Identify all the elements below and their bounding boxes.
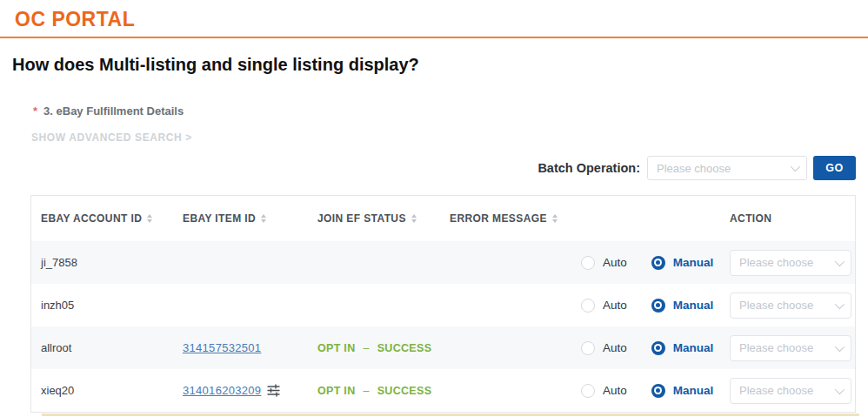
batch-select-placeholder: Please choose <box>657 162 731 175</box>
action-select[interactable]: Please choose <box>730 335 851 361</box>
app-logo: OC PORTAL <box>15 8 135 30</box>
manual-radio[interactable]: Manual <box>651 341 714 355</box>
chevron-down-icon <box>835 341 845 351</box>
table-row: inzh05 Auto Manual Please choose <box>31 284 855 326</box>
radio-checked-icon <box>651 341 665 355</box>
radio-checked-icon <box>651 384 665 398</box>
action-select[interactable]: Please choose <box>730 293 851 319</box>
status-result: SUCCESS <box>377 342 432 354</box>
col-header-error-message[interactable]: ERROR MESSAGE <box>440 212 569 225</box>
manual-radio[interactable]: Manual <box>651 384 714 398</box>
sort-icon[interactable] <box>552 214 558 223</box>
status-opt-in: OPT IN <box>317 342 355 354</box>
table-row: xieq20 314016203209 OPT IN – <box>31 369 855 412</box>
account-id-cell: inzh05 <box>31 299 173 312</box>
action-cell: Please choose <box>718 335 855 361</box>
account-id-cell: ji_7858 <box>31 256 173 269</box>
chevron-down-icon <box>791 162 800 172</box>
item-id-cell: 314016203209 <box>173 384 308 397</box>
join-ef-status-cell: OPT IN – SUCCESS <box>308 385 440 397</box>
account-id-cell: xieq20 <box>31 384 173 397</box>
sort-icon[interactable] <box>147 214 152 223</box>
action-select[interactable]: Please choose <box>730 378 851 404</box>
radio-checked-icon <box>651 299 665 313</box>
status-separator: – <box>363 385 369 397</box>
join-mode-radio-group: Auto Manual <box>569 384 718 398</box>
item-id-cell: 314157532501 <box>173 341 308 354</box>
status-result: SUCCESS <box>377 385 432 397</box>
item-id-link[interactable]: 314016203209 <box>183 384 261 397</box>
radio-unchecked-icon <box>581 341 595 355</box>
account-id-cell: allroot <box>31 341 173 354</box>
join-mode-radio-group: Auto Manual <box>569 299 718 313</box>
chevron-down-icon <box>835 299 845 308</box>
auto-radio[interactable]: Auto <box>581 341 627 355</box>
go-button[interactable]: GO <box>813 156 856 180</box>
table-row: allroot 314157532501 OPT IN – SUCCESS Au… <box>31 326 855 369</box>
sliders-filter-icon[interactable] <box>267 384 280 397</box>
batch-operation-label: Batch Operation: <box>537 161 640 175</box>
col-header-action: ACTION <box>718 212 855 225</box>
auto-radio[interactable]: Auto <box>581 299 627 313</box>
brand-bar: OC PORTAL <box>0 0 868 38</box>
radio-unchecked-icon <box>581 299 595 313</box>
sort-icon[interactable] <box>261 214 266 223</box>
col-header-join-ef-status[interactable]: JOIN EF STATUS <box>308 212 440 225</box>
join-mode-radio-group: Auto Manual <box>569 256 718 270</box>
radio-unchecked-icon <box>581 256 595 270</box>
manual-radio[interactable]: Manual <box>651 256 714 270</box>
manual-radio[interactable]: Manual <box>651 299 714 313</box>
batch-operation-bar: Batch Operation: Please choose GO <box>537 156 856 180</box>
ebay-fulfillment-table: EBAY ACCOUNT ID EBAY ITEM ID JOIN EF STA… <box>30 195 856 413</box>
page-title: How does Multi-listing and single listin… <box>12 55 868 75</box>
status-separator: – <box>363 342 369 354</box>
item-id-link[interactable]: 314157532501 <box>183 341 261 354</box>
auto-radio[interactable]: Auto <box>581 256 627 270</box>
col-header-ebay-item-id[interactable]: EBAY ITEM ID <box>173 212 308 225</box>
col-header-ebay-account-id[interactable]: EBAY ACCOUNT ID <box>31 212 173 225</box>
batch-operation-select[interactable]: Please choose <box>647 156 807 180</box>
sort-icon[interactable] <box>411 214 417 223</box>
action-cell: Please choose <box>718 293 855 319</box>
radio-unchecked-icon <box>581 384 595 398</box>
chevron-down-icon <box>835 256 845 266</box>
required-asterisk: * <box>33 104 37 118</box>
action-cell: Please choose <box>718 250 855 276</box>
show-advanced-search-link[interactable]: SHOW ADVANCED SEARCH > <box>31 131 192 144</box>
bottom-accent-line <box>42 414 859 416</box>
join-mode-radio-group: Auto Manual <box>569 341 718 355</box>
section-heading: *3. eBay Fulfillment Details <box>33 104 868 118</box>
section-heading-label: 3. eBay Fulfillment Details <box>43 104 184 118</box>
auto-radio[interactable]: Auto <box>581 384 627 398</box>
status-opt-in: OPT IN <box>317 385 355 397</box>
chevron-down-icon <box>835 384 845 393</box>
radio-checked-icon <box>651 256 665 270</box>
table-row: ji_7858 Auto Manual Please choose <box>31 241 855 284</box>
table-header-row: EBAY ACCOUNT ID EBAY ITEM ID JOIN EF STA… <box>31 196 855 241</box>
join-ef-status-cell: OPT IN – SUCCESS <box>308 342 440 354</box>
action-cell: Please choose <box>718 378 855 404</box>
action-select[interactable]: Please choose <box>730 250 851 276</box>
